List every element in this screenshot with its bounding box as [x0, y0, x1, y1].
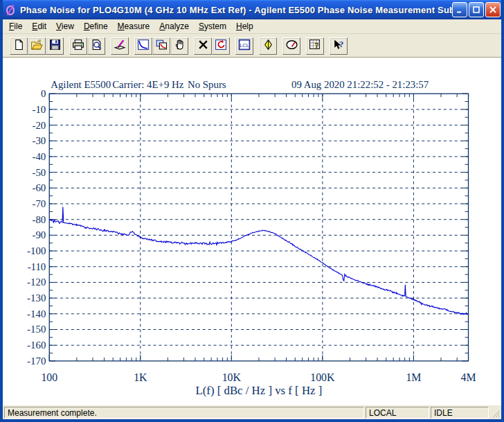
menu-item-view[interactable]: View [51, 20, 79, 33]
abort-x-icon [197, 39, 209, 53]
annotate-button[interactable] [111, 37, 129, 55]
open-folder-icon [30, 39, 43, 53]
marker-button[interactable] [259, 37, 277, 55]
print-preview-button[interactable] [87, 37, 105, 55]
print-button[interactable] [69, 37, 87, 55]
open-button[interactable] [28, 37, 46, 55]
header-spurs: No Spurs [188, 79, 226, 90]
menu-item-edit[interactable]: Edit [27, 20, 51, 33]
local-lcl-icon: LCL [238, 39, 251, 53]
y-tick-label: -120 [27, 276, 46, 288]
x-tick-label: 1K [134, 371, 147, 383]
y-tick-label: -130 [27, 292, 46, 304]
plot-curve-icon [137, 39, 150, 53]
marker-diamond-icon [262, 39, 274, 53]
menu-bar: FileEditViewDefineMeasureAnalyzeSystemHe… [3, 19, 501, 34]
pan-hand-icon [174, 39, 186, 53]
results-help-button[interactable]: ? [306, 37, 324, 55]
context-help-icon: ? [332, 39, 345, 53]
menu-item-system[interactable]: System [194, 20, 231, 33]
title-bar: Phase Noise for PLO4G10M (4 GHz 10 MHz E… [0, 0, 504, 19]
status-panel-idle: IDLE [431, 407, 489, 419]
meter-button[interactable] [282, 37, 300, 55]
minimize-button[interactable] [452, 2, 467, 17]
app-window: Phase Noise for PLO4G10M (4 GHz 10 MHz E… [0, 0, 504, 422]
y-tick-label: -150 [27, 324, 46, 335]
grid-help-icon: ? [309, 39, 321, 53]
window-controls [452, 2, 501, 17]
status-message: Measurement complete. [4, 407, 364, 419]
y-tick-label: 0 [41, 88, 46, 99]
y-tick-label: -40 [33, 151, 46, 162]
header-carrier: Carrier: 4E+9 Hz [112, 79, 183, 90]
toolbar: LCL?? [3, 35, 501, 58]
axis-title: L(f) [ dBc / Hz ] vs f [ Hz ] [195, 384, 322, 397]
x-tick-label: 100 [41, 371, 57, 383]
y-tick-label: -10 [33, 104, 46, 115]
copy-plot-button[interactable] [152, 37, 170, 55]
print-preview-icon [91, 39, 102, 53]
svg-text:?: ? [339, 39, 343, 49]
new-document-icon [13, 39, 25, 53]
y-tick-label: -50 [33, 167, 46, 178]
marker-pen-icon [114, 39, 126, 53]
y-tick-label: -100 [27, 245, 46, 256]
y-tick-label: -170 [27, 355, 46, 367]
phase-phi-icon [4, 3, 17, 16]
restart-sweep-icon [215, 39, 227, 53]
phase-noise-chart: Agilent E5500Carrier: 4E+9 HzNo Spurs09 … [3, 58, 501, 405]
abort-button[interactable] [194, 37, 212, 55]
save-floppy-icon [49, 39, 61, 53]
restart-sweep-button[interactable] [212, 37, 230, 55]
maximize-button[interactable] [469, 2, 484, 17]
copy-plots-icon [155, 39, 168, 53]
menu-item-measure[interactable]: Measure [113, 20, 155, 33]
y-tick-label: -80 [33, 214, 46, 225]
x-tick-label: 4M [461, 371, 476, 383]
y-tick-label: -110 [28, 261, 46, 272]
show-plot-button[interactable] [134, 37, 152, 55]
window-title: Phase Noise for PLO4G10M (4 GHz 10 MHz E… [20, 5, 452, 15]
y-tick-label: -20 [33, 120, 46, 131]
resize-grip[interactable] [490, 407, 500, 419]
pan-button[interactable] [170, 37, 188, 55]
menu-item-file[interactable]: File [4, 20, 27, 33]
printer-icon [72, 39, 84, 53]
close-button[interactable] [485, 2, 501, 17]
save-button[interactable] [46, 37, 64, 55]
y-tick-label: -70 [33, 198, 46, 209]
new-button[interactable] [10, 37, 28, 55]
plot-frame [49, 94, 468, 361]
menu-item-help[interactable]: Help [231, 20, 258, 33]
x-tick-label: 100K [310, 371, 335, 383]
meter-icon [285, 39, 298, 53]
y-tick-label: -30 [33, 135, 46, 146]
y-tick-label: -140 [27, 308, 46, 319]
context-help-button[interactable]: ? [330, 37, 348, 55]
status-panel-local: LOCAL [366, 407, 429, 419]
y-tick-label: -90 [33, 229, 46, 240]
y-tick-label: -60 [33, 182, 46, 193]
svg-text:LCL: LCL [240, 42, 249, 48]
svg-text:?: ? [315, 42, 319, 51]
local-control-button[interactable]: LCL [235, 37, 253, 55]
x-tick-label: 10K [222, 371, 242, 383]
header-datetime: 09 Aug 2020 21:22:52 - 21:23:57 [291, 79, 429, 90]
y-tick-label: -160 [27, 340, 46, 351]
menu-item-analyze[interactable]: Analyze [154, 20, 194, 33]
status-bar: Measurement complete.LOCALIDLE [3, 405, 501, 419]
x-tick-label: 1M [406, 371, 421, 383]
plot-client-area: Agilent E5500Carrier: 4E+9 HzNo Spurs09 … [3, 58, 501, 405]
menu-item-define[interactable]: Define [79, 20, 113, 33]
header-instrument: Agilent E5500 [51, 79, 111, 90]
